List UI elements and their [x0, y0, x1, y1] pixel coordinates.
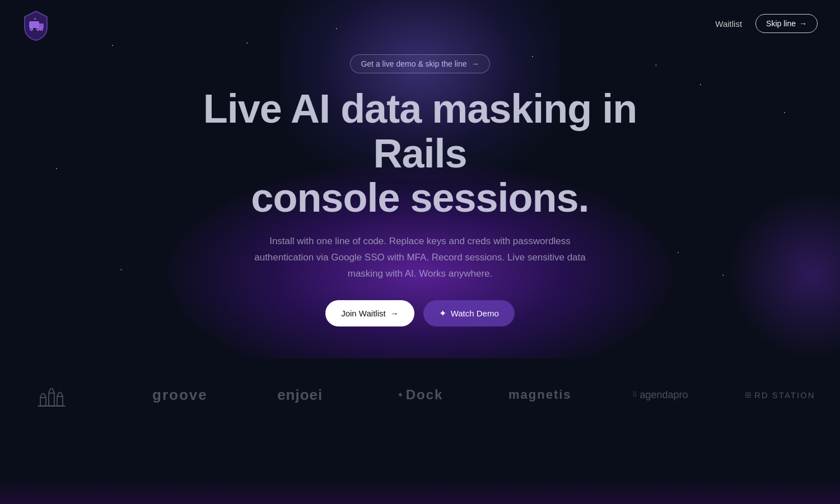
logo-item-3: enjoei [240, 386, 360, 404]
glow-side-right [728, 190, 840, 358]
magnetis-logo-text: magnetis [508, 388, 572, 402]
dot-3 [120, 269, 122, 270]
demo-sparkle-icon: ✦ [439, 308, 446, 319]
svg-rect-7 [49, 393, 54, 406]
star-6 [784, 112, 785, 113]
rdstation-icon: ⊞ [745, 390, 752, 399]
hero-buttons: Join Waitlist → ✦ Watch Demo [325, 300, 515, 326]
star-7 [678, 252, 679, 253]
arch-logo [38, 381, 82, 409]
navbar: ✦ Waitlist Skip line → [0, 0, 840, 47]
dock-logo-text: Dock [406, 387, 444, 403]
join-waitlist-label: Join Waitlist [341, 309, 385, 318]
star-5 [56, 168, 57, 169]
skip-line-button[interactable]: Skip line → [755, 14, 818, 33]
hero-subtitle: Install with one line of code. Replace k… [246, 234, 594, 282]
skip-line-arrow-icon: → [799, 19, 807, 28]
agendapro-logo-text: agendapro [640, 389, 688, 401]
skip-line-label: Skip line [766, 19, 796, 28]
svg-rect-1 [39, 24, 44, 28]
dot-4 [722, 274, 724, 276]
agendapro-icon: ⠿ [632, 391, 637, 399]
hero-section: Get a live demo & skip the line → Live A… [0, 0, 840, 358]
logos-section: groove enjoei ✦ Dock magnetis ⠿ agendapr… [0, 364, 840, 426]
join-waitlist-button[interactable]: Join Waitlist → [325, 300, 414, 326]
watch-demo-button[interactable]: ✦ Watch Demo [423, 300, 515, 326]
logo-item-2: groove [120, 386, 240, 404]
svg-rect-8 [57, 396, 63, 406]
logo-area: ✦ [22, 10, 49, 37]
rdstation-logo-text: RD STATION [754, 390, 815, 400]
svg-point-2 [30, 28, 33, 31]
logo-item-7: ⊞ RD STATION [720, 390, 840, 400]
logo-item-4: ✦ Dock [360, 387, 480, 403]
svg-rect-0 [29, 21, 39, 28]
svg-point-4 [40, 28, 43, 31]
demo-badge-text: Get a live demo & skip the line [361, 59, 466, 68]
watch-demo-label: Watch Demo [451, 309, 499, 318]
demo-badge[interactable]: Get a live demo & skip the line → [350, 54, 489, 73]
dot-2 [655, 64, 657, 66]
app-logo: ✦ [22, 10, 49, 37]
svg-text:✦: ✦ [34, 17, 36, 21]
star-4 [700, 84, 701, 85]
hero-title-line2: console sessions. [251, 175, 589, 220]
dock-logo-icon: ✦ [397, 390, 404, 399]
demo-badge-arrow-icon: → [472, 59, 479, 68]
logo-item-5: magnetis [480, 388, 600, 402]
logo-item-6: ⠿ agendapro [600, 389, 720, 401]
hero-title-line1: Live AI data masking in Rails [203, 86, 637, 175]
hero-content: Get a live demo & skip the line → Live A… [196, 32, 644, 326]
bottom-gradient [0, 476, 840, 504]
svg-point-3 [37, 28, 40, 31]
waitlist-arrow-icon: → [390, 309, 399, 318]
logo-item-1 [0, 381, 120, 409]
nav-right: Waitlist Skip line → [715, 14, 818, 33]
waitlist-nav-link[interactable]: Waitlist [715, 19, 742, 29]
svg-rect-6 [40, 398, 46, 406]
groove-logo-text: groove [152, 386, 208, 404]
hero-title: Live AI data masking in Rails console se… [196, 87, 644, 220]
enjoei-logo-text: enjoei [277, 386, 323, 404]
